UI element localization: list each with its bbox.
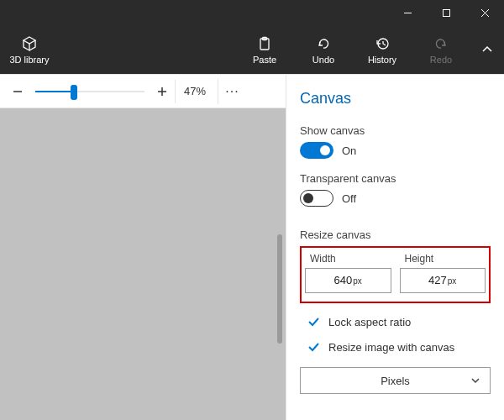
transparent-canvas-state: Off <box>342 192 356 205</box>
canvas-viewport[interactable] <box>0 108 286 420</box>
checkmark-icon <box>307 340 320 354</box>
vertical-scrollbar[interactable] <box>277 234 282 344</box>
plus-icon <box>156 86 168 97</box>
paste-button[interactable]: Paste <box>235 34 294 65</box>
history-icon <box>375 34 390 53</box>
3d-library-button[interactable]: 3D library <box>0 34 59 65</box>
zoom-in-button[interactable] <box>150 79 175 104</box>
paste-label: Paste <box>253 55 276 65</box>
undo-label: Undo <box>312 55 334 65</box>
minimize-icon <box>403 8 412 18</box>
undo-icon <box>316 34 331 53</box>
height-value: 427 <box>428 274 447 286</box>
minimize-button[interactable] <box>388 0 427 25</box>
clipboard-icon <box>257 34 272 53</box>
width-value: 640 <box>334 274 353 286</box>
units-select-value: Pixels <box>381 375 410 387</box>
redo-button: Redo <box>412 34 470 65</box>
cube-icon <box>21 34 38 53</box>
dimensions-highlight: Width 640 px Height 427 px <box>300 246 491 303</box>
show-canvas-toggle[interactable] <box>300 142 333 159</box>
show-canvas-label: Show canvas <box>300 124 491 137</box>
zoom-slider[interactable] <box>35 83 144 100</box>
height-input[interactable]: 427 px <box>400 268 486 293</box>
height-unit: px <box>448 276 457 286</box>
maximize-button[interactable] <box>427 0 465 25</box>
history-label: History <box>368 55 396 65</box>
redo-icon <box>433 34 449 53</box>
zoom-bar: 47% ··· <box>0 75 286 108</box>
width-unit: px <box>353 276 362 286</box>
history-button[interactable]: History <box>353 34 412 65</box>
zoom-out-button[interactable] <box>5 79 30 104</box>
show-canvas-state: On <box>342 144 356 157</box>
width-input[interactable]: 640 px <box>305 268 391 293</box>
resize-canvas-label: Resize canvas <box>300 228 491 241</box>
transparent-canvas-toggle[interactable] <box>300 190 333 207</box>
zoom-value[interactable]: 47% <box>176 85 214 97</box>
more-options-button[interactable]: ··· <box>218 79 246 104</box>
3d-library-label: 3D library <box>9 55 49 65</box>
chevron-down-icon <box>470 375 481 386</box>
width-label: Width <box>305 253 391 265</box>
undo-button[interactable]: Undo <box>294 34 353 65</box>
main-toolbar: 3D library Paste Undo <box>0 25 504 74</box>
panel-title: Canvas <box>300 90 491 108</box>
more-icon: ··· <box>225 84 239 99</box>
checkmark-icon <box>307 315 320 328</box>
canvas-panel: Canvas Show canvas On Transparent canvas… <box>286 75 504 420</box>
chevron-up-icon <box>480 43 494 56</box>
lock-aspect-ratio-checkbox[interactable]: Lock aspect ratio <box>300 315 491 328</box>
units-select[interactable]: Pixels <box>300 367 491 394</box>
svg-rect-0 <box>443 9 449 16</box>
maximize-icon <box>442 8 451 18</box>
lock-aspect-label: Lock aspect ratio <box>328 316 411 328</box>
minus-icon <box>12 86 24 97</box>
window-titlebar <box>0 0 504 25</box>
resize-image-checkbox[interactable]: Resize image with canvas <box>300 340 491 354</box>
close-icon <box>480 8 490 18</box>
height-label: Height <box>400 253 486 265</box>
redo-label: Redo <box>430 55 452 65</box>
resize-image-label: Resize image with canvas <box>328 341 454 354</box>
transparent-canvas-label: Transparent canvas <box>300 172 491 185</box>
zoom-slider-thumb[interactable] <box>71 85 77 100</box>
close-button[interactable] <box>465 0 504 25</box>
collapse-panel-button[interactable] <box>470 43 504 56</box>
